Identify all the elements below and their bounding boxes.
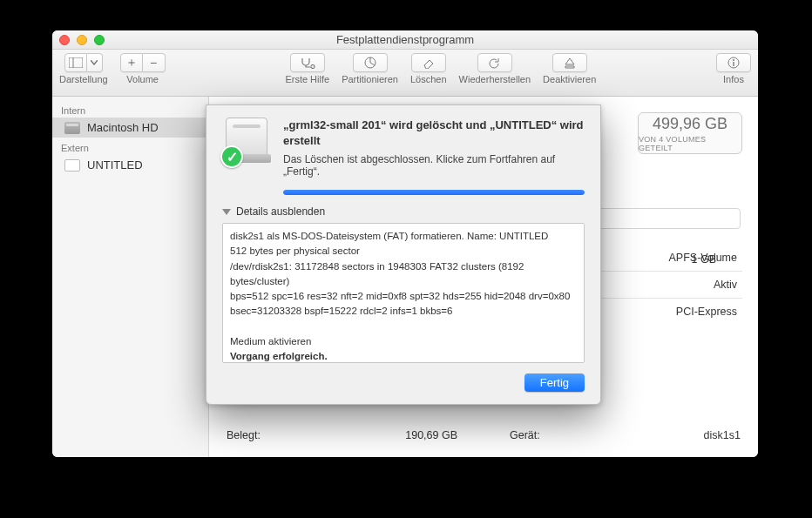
info-value: PCI-Express (633, 306, 737, 318)
external-disk-icon (64, 159, 80, 172)
sheet-title: „grml32-small 201“ wird gelöscht und „UN… (283, 118, 585, 148)
svg-rect-5 (733, 62, 734, 66)
erase-sheet: ✓ „grml32-small 201“ wird gelöscht und „… (206, 104, 601, 405)
log-output[interactable]: disk2s1 als MS-DOS-Dateisystem (FAT) for… (222, 223, 585, 363)
capacity-subtitle: VON 4 VOLUMES GETEILT (639, 135, 741, 152)
info-icon (727, 57, 740, 69)
unmount-button[interactable] (552, 53, 587, 72)
bottom-row: Belegt: 190,69 GB Gerät: disk1s1 (227, 429, 741, 441)
disclosure-label: Details ausblenden (236, 205, 325, 218)
restore-button[interactable] (477, 53, 512, 72)
sidebar: Intern Macintosh HD Extern UNTITLED (52, 97, 209, 457)
erase-label: Löschen (410, 74, 447, 84)
restore-label: Wiederherstellen (459, 74, 531, 84)
device-label: Gerät: (510, 429, 540, 441)
pie-icon (363, 56, 377, 70)
window-title: Festplattendienstprogramm (52, 33, 758, 46)
unmount-label: Deaktivieren (543, 74, 596, 84)
info-button[interactable] (716, 53, 751, 72)
titlebar: Festplattendienstprogramm (52, 30, 758, 50)
info-value: Aktiv (633, 279, 737, 291)
eraser-icon (422, 57, 436, 69)
info-label: Infos (723, 74, 744, 84)
sidebar-header-internal: Intern (52, 100, 208, 118)
log-text: disk2s1 als MS-DOS-Dateisystem (FAT) for… (230, 231, 570, 346)
used-label: Belegt: (227, 429, 261, 441)
view-label: Darstellung (59, 74, 108, 84)
toolbar: Darstellung ＋ − Volume Erste Hilfe Parti… (52, 50, 758, 97)
log-success: Vorgang erfolgreich. (230, 351, 328, 361)
details-toggle[interactable]: Details ausblenden (206, 198, 600, 223)
sidebar-item-label: UNTITLED (87, 158, 143, 172)
sidebar-item-untitled[interactable]: UNTITLED (52, 155, 208, 175)
erase-button[interactable] (411, 53, 446, 72)
sidebar-item-label: Macintosh HD (87, 121, 159, 134)
sidebar-item-macintosh-hd[interactable]: Macintosh HD (52, 118, 208, 138)
partition-label: Partitionieren (342, 74, 398, 84)
disclosure-triangle-icon (222, 209, 231, 215)
view-menu-button[interactable] (87, 53, 103, 72)
capacity-box: 499,96 GB VON 4 VOLUMES GETEILT (638, 112, 742, 154)
info-value: APFS-Volume (633, 252, 737, 264)
device-value: disk1s1 (704, 429, 741, 441)
restore-icon (488, 57, 502, 69)
stethoscope-icon (300, 57, 315, 69)
sidebar-header-external: Extern (52, 138, 208, 155)
firstaid-label: Erste Hilfe (285, 74, 329, 84)
volume-add-button[interactable]: ＋ (120, 53, 143, 72)
view-button[interactable] (64, 53, 87, 72)
partition-button[interactable] (353, 53, 388, 72)
chevron-down-icon (91, 60, 98, 65)
volume-label: Volume (126, 74, 159, 84)
volume-remove-button[interactable]: − (143, 53, 166, 72)
used-value: 190,69 GB (405, 429, 457, 441)
firstaid-button[interactable] (290, 53, 325, 72)
drive-icon: ✓ (222, 118, 271, 166)
internal-disk-icon (64, 122, 80, 134)
success-badge-icon: ✓ (220, 145, 243, 168)
sidebar-icon (69, 57, 83, 68)
eject-icon (564, 57, 576, 69)
svg-rect-0 (69, 57, 83, 68)
progress-bar (283, 190, 585, 195)
sheet-subtitle: Das Löschen ist abgeschlossen. Klicke zu… (283, 153, 585, 178)
svg-point-4 (733, 59, 734, 61)
capacity-value: 499,96 GB (653, 115, 727, 133)
done-button[interactable]: Fertig (524, 373, 585, 392)
